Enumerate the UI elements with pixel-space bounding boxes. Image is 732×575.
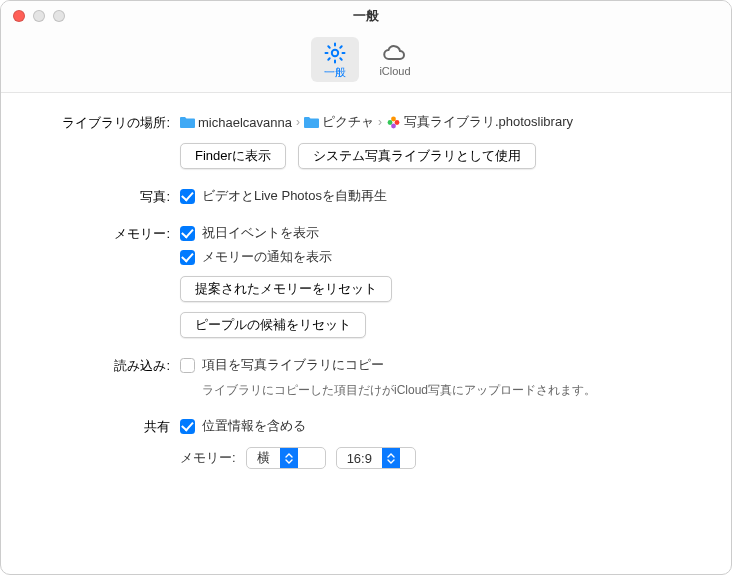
tab-general-label: 一般 [324, 65, 346, 80]
updown-arrows-icon [382, 448, 400, 468]
preferences-window: 一般 一般 iCloud ライブラリの場所: [0, 0, 732, 575]
row-import: 読み込み: 項目を写真ライブラリにコピー ライブラリにコピーした項目だけがiCl… [25, 356, 707, 399]
minimize-window-button[interactable] [33, 10, 45, 22]
row-memories: メモリー: 祝日イベントを表示 メモリーの通知を表示 提案されたメモリーをリセッ… [25, 224, 707, 338]
label-library: ライブラリの場所: [25, 113, 180, 132]
import-note: ライブラリにコピーした項目だけがiCloud写真にアップロードされます。 [202, 382, 707, 399]
library-breadcrumb: michaelcavanna › ピクチャ › [180, 113, 707, 131]
checkbox-include-location-label: 位置情報を含める [202, 417, 306, 435]
row-photos: 写真: ビデオとLive Photosを自動再生 [25, 187, 707, 206]
updown-arrows-icon [280, 448, 298, 468]
checkbox-icon [180, 358, 195, 373]
folder-icon [180, 116, 195, 128]
checkbox-memory-notifications-label: メモリーの通知を表示 [202, 248, 332, 266]
tab-icloud[interactable]: iCloud [369, 37, 420, 82]
breadcrumb-library-text: 写真ライブラリ.photoslibrary [404, 113, 573, 131]
checkbox-copy-items-label: 項目を写真ライブラリにコピー [202, 356, 384, 374]
breadcrumb-user-text: michaelcavanna [198, 115, 292, 130]
svg-point-4 [388, 120, 393, 125]
reset-people-button[interactable]: ピープルの候補をリセット [180, 312, 366, 338]
breadcrumb-pictures[interactable]: ピクチャ [304, 113, 374, 131]
checkbox-autoplay[interactable]: ビデオとLive Photosを自動再生 [180, 187, 707, 205]
svg-point-1 [391, 116, 396, 121]
gear-icon [321, 41, 349, 65]
row-library-location: ライブラリの場所: michaelcavanna › ピクチャ [25, 113, 707, 169]
checkbox-holidays-label: 祝日イベントを表示 [202, 224, 319, 242]
checkbox-holidays[interactable]: 祝日イベントを表示 [180, 224, 707, 242]
breadcrumb-library[interactable]: 写真ライブラリ.photoslibrary [386, 113, 573, 131]
checkbox-autoplay-label: ビデオとLive Photosを自動再生 [202, 187, 387, 205]
use-as-system-library-button[interactable]: システム写真ライブラリとして使用 [298, 143, 536, 169]
checkbox-icon [180, 419, 195, 434]
show-in-finder-button[interactable]: Finderに表示 [180, 143, 286, 169]
svg-point-3 [391, 123, 396, 128]
label-memories-inline: メモリー: [180, 449, 236, 467]
titlebar: 一般 [1, 1, 731, 31]
select-orientation[interactable]: 横 [246, 447, 326, 469]
label-import: 読み込み: [25, 356, 180, 375]
select-orientation-value: 横 [247, 449, 280, 467]
chevron-right-icon: › [296, 115, 300, 129]
toolbar: 一般 iCloud [1, 31, 731, 93]
sharing-memories-row: メモリー: 横 16:9 [180, 447, 707, 469]
checkbox-icon [180, 250, 195, 265]
breadcrumb-pictures-text: ピクチャ [322, 113, 374, 131]
reset-suggested-memories-button[interactable]: 提案されたメモリーをリセット [180, 276, 392, 302]
photos-library-icon [386, 115, 401, 130]
zoom-window-button[interactable] [53, 10, 65, 22]
select-aspect-value: 16:9 [337, 451, 382, 466]
label-photos: 写真: [25, 187, 180, 206]
tab-icloud-label: iCloud [379, 65, 410, 77]
svg-point-2 [395, 120, 400, 125]
checkbox-memory-notifications[interactable]: メモリーの通知を表示 [180, 248, 707, 266]
traffic-lights [13, 10, 65, 22]
label-sharing: 共有 [25, 417, 180, 436]
chevron-right-icon: › [378, 115, 382, 129]
checkbox-copy-items[interactable]: 項目を写真ライブラリにコピー [180, 356, 707, 374]
content: ライブラリの場所: michaelcavanna › ピクチャ [1, 93, 731, 497]
row-sharing: 共有 位置情報を含める メモリー: 横 16 [25, 417, 707, 469]
label-memories: メモリー: [25, 224, 180, 243]
window-title: 一般 [13, 7, 719, 25]
checkbox-include-location[interactable]: 位置情報を含める [180, 417, 707, 435]
tab-general[interactable]: 一般 [311, 37, 359, 82]
close-window-button[interactable] [13, 10, 25, 22]
select-aspect[interactable]: 16:9 [336, 447, 416, 469]
folder-icon [304, 116, 319, 128]
checkbox-icon [180, 189, 195, 204]
cloud-icon [381, 41, 409, 65]
checkbox-icon [180, 226, 195, 241]
svg-point-0 [332, 50, 338, 56]
breadcrumb-user[interactable]: michaelcavanna [180, 115, 292, 130]
